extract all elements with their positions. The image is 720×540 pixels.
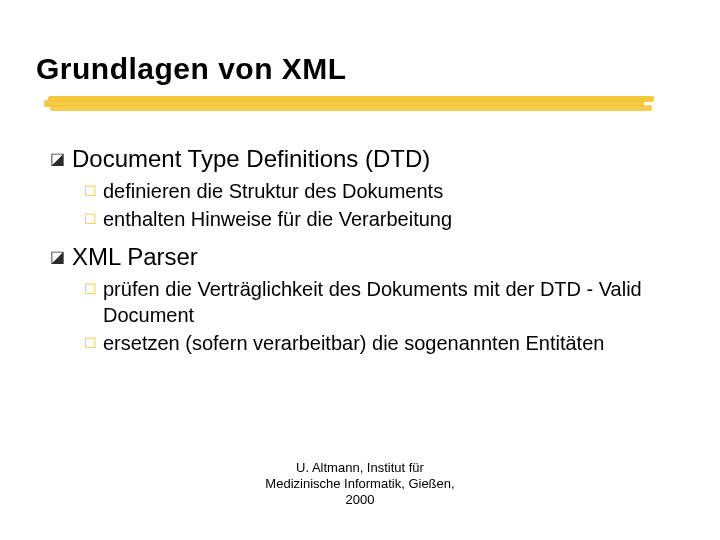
bullet-icon: ◪ — [50, 144, 65, 174]
slide-title: Grundlagen von XML — [36, 52, 684, 86]
sub-list: ☐ definieren die Struktur des Dokuments … — [50, 178, 644, 232]
sub-list: ☐ prüfen die Verträglichkeit des Dokumen… — [50, 276, 644, 356]
slide-content: ◪ Document Type Definitions (DTD) ☐ defi… — [36, 144, 684, 356]
bullet-icon: ☐ — [84, 330, 97, 356]
footer-line: Medizinische Informatik, Gießen, — [0, 476, 720, 492]
title-underline — [44, 96, 654, 116]
bullet-text: definieren die Struktur des Dokuments — [103, 178, 644, 204]
bullet-text: prüfen die Verträglichkeit des Dokuments… — [103, 276, 644, 328]
bullet-icon: ◪ — [50, 242, 65, 272]
bullet-level2: ☐ enthalten Hinweise für die Verarbeitun… — [84, 206, 644, 232]
slide: Grundlagen von XML ◪ Document Type Defin… — [0, 0, 720, 540]
bullet-icon: ☐ — [84, 276, 97, 302]
underline-stroke — [50, 105, 652, 111]
footer-line: 2000 — [0, 492, 720, 508]
bullet-level2: ☐ definieren die Struktur des Dokuments — [84, 178, 644, 204]
bullet-icon: ☐ — [84, 206, 97, 232]
bullet-level1: ◪ Document Type Definitions (DTD) — [50, 144, 644, 174]
slide-footer: U. Altmann, Institut für Medizinische In… — [0, 460, 720, 508]
bullet-text: enthalten Hinweise für die Verarbeitung — [103, 206, 644, 232]
bullet-text: Document Type Definitions (DTD) — [72, 144, 430, 174]
bullet-text: ersetzen (sofern verarbeitbar) die sogen… — [103, 330, 644, 356]
bullet-level2: ☐ ersetzen (sofern verarbeitbar) die sog… — [84, 330, 644, 356]
bullet-icon: ☐ — [84, 178, 97, 204]
bullet-level2: ☐ prüfen die Verträglichkeit des Dokumen… — [84, 276, 644, 328]
footer-line: U. Altmann, Institut für — [0, 460, 720, 476]
bullet-text: XML Parser — [72, 242, 198, 272]
bullet-level1: ◪ XML Parser — [50, 242, 644, 272]
